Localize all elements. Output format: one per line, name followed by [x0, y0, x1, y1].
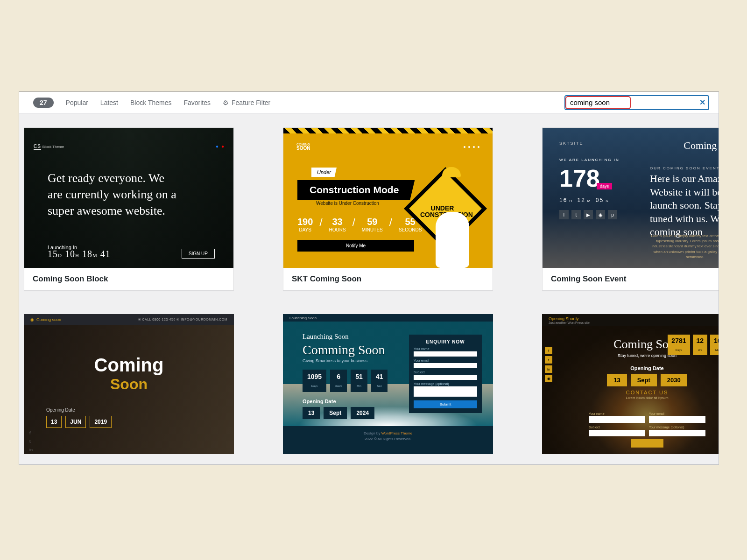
youtube-icon: ●	[221, 144, 224, 149]
facebook-icon: f	[559, 210, 569, 219]
tab-favorites[interactable]: Favorites	[183, 99, 211, 106]
theme-thumbnail: CS Block Theme ●● Get ready everyone. We…	[24, 128, 233, 268]
theme-title: Coming Soon Event	[543, 268, 719, 290]
feature-filter-button[interactable]: Feature Filter	[223, 99, 270, 106]
theme-card[interactable]: Opening ShortlyJust another WordPress si…	[542, 314, 719, 454]
filter-bar: 27 Popular Latest Block Themes Favorites…	[19, 92, 719, 113]
clear-search-button[interactable]: ✕	[699, 98, 705, 107]
tab-latest[interactable]: Latest	[100, 99, 118, 106]
themes-browser-panel: 27 Popular Latest Block Themes Favorites…	[19, 91, 719, 465]
thumb-logo: CS	[34, 144, 41, 150]
facebook-icon: f	[29, 431, 33, 435]
theme-thumbnail: Coming soon ✉ CALL 0800-123-456 ✉ INFO@Y…	[24, 314, 234, 454]
theme-card[interactable]: COMINGSOON Under Construction Mode Websi…	[283, 127, 493, 291]
theme-card[interactable]: Coming soon ✉ CALL 0800-123-456 ✉ INFO@Y…	[24, 314, 234, 454]
search-input[interactable]	[564, 95, 709, 110]
pinterest-icon: p	[608, 210, 617, 219]
results-count-badge: 27	[33, 98, 54, 108]
facebook-icon: ●	[216, 144, 218, 149]
theme-thumbnail: Launching Soon Launching Soon Comming So…	[283, 314, 493, 454]
theme-thumbnail: SKTSITE WE ARE LAUNCHING IN 178 days 16H…	[543, 128, 719, 268]
twitter-icon: t	[29, 439, 33, 444]
thumb-signup-button: SIGN UP	[182, 249, 215, 259]
linkedin-icon: in	[29, 448, 33, 452]
tab-popular[interactable]: Popular	[66, 99, 88, 106]
themes-grid: CS Block Theme ●● Get ready everyone. We…	[19, 113, 719, 454]
theme-card[interactable]: CS Block Theme ●● Get ready everyone. We…	[24, 127, 234, 291]
theme-thumbnail: COMINGSOON Under Construction Mode Websi…	[283, 128, 493, 268]
tab-block-themes[interactable]: Block Themes	[130, 99, 171, 106]
feature-filter-label: Feature Filter	[232, 99, 270, 106]
theme-title: Coming Soon Block	[24, 268, 233, 290]
twitter-icon: t	[571, 210, 581, 219]
youtube-icon: ▶	[584, 210, 593, 219]
thumb-headline: Get ready everyone. We are currently wor…	[48, 170, 178, 219]
gear-icon	[223, 99, 229, 106]
theme-card[interactable]: Launching Soon Launching Soon Comming So…	[283, 314, 493, 454]
hardhat-icon	[442, 167, 461, 177]
theme-card[interactable]: SKTSITE WE ARE LAUNCHING IN 178 days 16H…	[542, 127, 719, 291]
theme-title: SKT Coming Soon	[283, 268, 493, 290]
instagram-icon: ◉	[596, 210, 605, 219]
theme-thumbnail: Opening ShortlyJust another WordPress si…	[542, 314, 719, 454]
search-wrap: ✕	[564, 95, 709, 110]
thumb-countdown: 15D 10H 18M 41	[48, 249, 111, 259]
